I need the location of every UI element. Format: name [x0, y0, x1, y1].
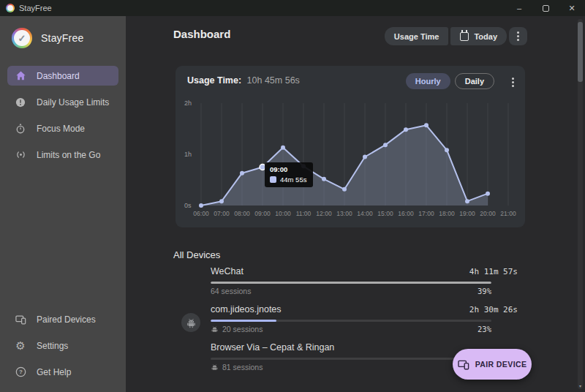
gear-icon: ⚙	[15, 340, 26, 352]
svg-text:11:00: 11:00	[296, 210, 312, 217]
scrollbar-thumb[interactable]	[578, 22, 583, 82]
pair-device-button[interactable]: PAIR DEVICE	[453, 349, 532, 380]
broadcast-icon	[15, 149, 26, 161]
sidebar-item-focus-mode[interactable]: Focus Mode	[7, 118, 118, 138]
sidebar-item-label: Dashboard	[37, 71, 80, 81]
svg-text:15:00: 15:00	[377, 210, 393, 217]
help-icon: ?	[15, 366, 26, 378]
usage-card-total: 10h 45m 56s	[247, 75, 300, 86]
app-logo-icon	[6, 4, 15, 12]
tooltip-value: 44m 55s	[280, 176, 306, 184]
usage-progress-bar	[211, 358, 491, 360]
usage-chart: 06:0007:0008:0009:0010:0011:0012:0013:00…	[183, 98, 519, 219]
sidebar: ✓ StayFree Dashboard Daily Usage Limits …	[0, 16, 126, 392]
svg-text:20:00: 20:00	[480, 210, 496, 217]
sidebar-item-daily-usage-limits[interactable]: Daily Usage Limits	[7, 92, 118, 112]
device-sessions: 20 sessions	[211, 325, 263, 333]
device-usage-percent: 39%	[478, 287, 491, 295]
usage-time-button-label: Usage Time	[394, 32, 439, 41]
device-app-name: WeChat	[211, 266, 244, 276]
today-button-label: Today	[474, 32, 497, 41]
brand: ✓ StayFree	[0, 16, 126, 63]
usage-time-card: Usage Time: 10h 45m 56s Hourly Daily 06:…	[176, 66, 525, 227]
sidebar-item-get-help[interactable]: ? Get Help	[7, 362, 118, 382]
minimize-button[interactable]: –	[506, 0, 532, 16]
sidebar-item-label: Settings	[37, 341, 68, 351]
close-button[interactable]: ✕	[559, 0, 585, 16]
sidebar-item-limits-on-the-go[interactable]: Limits on the Go	[7, 145, 118, 165]
hourly-toggle[interactable]: Hourly	[406, 73, 450, 89]
page-title: Dashboard	[173, 28, 230, 40]
usage-card-title: Usage Time:	[187, 75, 241, 86]
daily-toggle[interactable]: Daily	[455, 73, 494, 89]
svg-text:16:00: 16:00	[398, 210, 414, 217]
usage-chart-area[interactable]: 06:0007:0008:0009:0010:0011:0012:0013:00…	[183, 98, 519, 219]
device-sessions: 81 sessions	[211, 363, 263, 372]
svg-text:08:00: 08:00	[234, 210, 250, 217]
device-usage-time: 4h 11m 57s	[469, 267, 518, 276]
svg-text:1h: 1h	[184, 151, 192, 158]
usage-progress-bar	[211, 282, 491, 284]
svg-text:14:00: 14:00	[357, 210, 373, 217]
sidebar-item-dashboard[interactable]: Dashboard	[7, 66, 118, 86]
alert-circle-icon	[15, 97, 26, 108]
sidebar-item-paired-devices[interactable]: Paired Devices	[7, 309, 118, 329]
window-title: StayFree	[19, 4, 52, 12]
brand-name: StayFree	[41, 32, 83, 44]
scrollbar[interactable]: ▾	[578, 19, 583, 389]
all-devices-heading: All Devices	[173, 249, 220, 260]
svg-text:17:00: 17:00	[418, 210, 434, 217]
main-content: Dashboard Usage Time Today Usage Time: 1…	[126, 16, 585, 392]
today-button[interactable]: Today	[450, 27, 507, 45]
svg-text:?: ?	[19, 369, 23, 375]
sidebar-item-label: Focus Mode	[37, 124, 85, 134]
sidebar-item-label: Paired Devices	[37, 314, 96, 325]
svg-text:19:00: 19:00	[459, 210, 475, 217]
chart-tooltip: 09:00 44m 55s	[265, 162, 313, 187]
card-more-menu-button[interactable]	[512, 78, 514, 87]
device-row[interactable]: com.jideos.jnotes 2h 30m 26s	[181, 304, 518, 333]
pair-device-label: PAIR DEVICE	[475, 360, 527, 369]
hourly-label: Hourly	[415, 77, 441, 86]
sidebar-item-label: Daily Usage Limits	[37, 97, 109, 108]
device-app-name: com.jideos.jnotes	[211, 304, 282, 314]
tooltip-time: 09:00	[270, 165, 306, 173]
header-more-menu-button[interactable]	[509, 27, 527, 45]
android-avatar-icon	[181, 313, 200, 332]
usage-time-button[interactable]: Usage Time	[385, 27, 449, 45]
svg-text:18:00: 18:00	[439, 210, 455, 217]
maximize-button[interactable]	[532, 0, 559, 16]
title-bar: StayFree – ✕	[0, 0, 585, 16]
android-session-icon	[211, 363, 219, 372]
svg-text:13:00: 13:00	[336, 210, 352, 217]
device-sessions: 64 sessions	[211, 287, 251, 295]
calendar-icon	[460, 32, 469, 41]
usage-progress-bar	[211, 320, 491, 322]
svg-text:06:00: 06:00	[193, 210, 209, 217]
sidebar-item-settings[interactable]: ⚙ Settings	[7, 336, 118, 355]
android-session-icon	[211, 325, 219, 333]
sidebar-item-label: Get Help	[37, 367, 71, 377]
stopwatch-icon	[15, 123, 26, 135]
stayfree-logo-icon: ✓	[12, 28, 32, 48]
svg-text:0s: 0s	[184, 202, 192, 209]
maximize-icon	[543, 5, 549, 12]
sidebar-item-label: Limits on the Go	[37, 150, 100, 160]
svg-text:21:00: 21:00	[500, 210, 516, 217]
device-usage-percent: 23%	[478, 325, 491, 333]
svg-text:07:00: 07:00	[214, 210, 230, 217]
pair-device-icon	[458, 358, 469, 370]
svg-text:2h: 2h	[184, 99, 192, 107]
paired-devices-icon	[15, 314, 26, 325]
tooltip-swatch-icon	[270, 176, 276, 183]
device-app-name: Browser Via – Cepat & Ringan	[211, 342, 334, 353]
usage-card-header: Usage Time: 10h 45m 56s	[187, 75, 300, 86]
svg-text:12:00: 12:00	[316, 210, 332, 217]
home-icon	[15, 70, 26, 82]
svg-text:10:00: 10:00	[275, 210, 291, 217]
device-row[interactable]: WeChat 4h 11m 57s 64 sessions	[181, 266, 518, 295]
scrollbar-down-arrow[interactable]: ▾	[578, 384, 583, 388]
svg-text:09:00: 09:00	[254, 210, 271, 217]
device-usage-time: 2h 30m 26s	[469, 305, 518, 314]
daily-label: Daily	[465, 77, 484, 86]
